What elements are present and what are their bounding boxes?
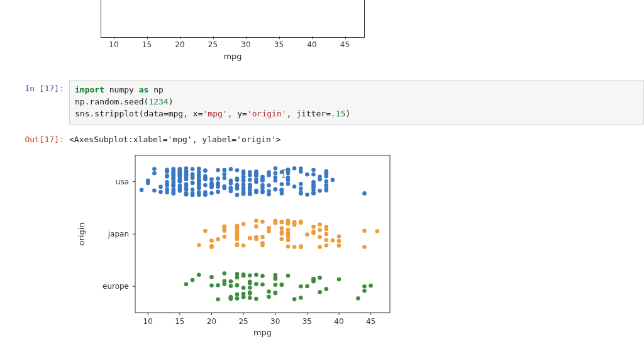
stripplot-point — [152, 188, 157, 193]
stripplot-point — [318, 188, 322, 193]
stripplot-point — [292, 184, 297, 189]
prev-plot-xtick-mark — [279, 36, 280, 39]
plot-ytick-label: usa — [116, 177, 129, 186]
stripplot-point — [325, 227, 329, 232]
stripplot-point — [209, 191, 214, 195]
stripplot-point — [223, 167, 227, 172]
stripplot-point — [286, 238, 291, 242]
stripplot-point — [223, 282, 227, 286]
plot-xtick-label: 15 — [175, 317, 184, 326]
stripplot-point — [242, 286, 246, 290]
prev-plot-xtick-label: 15 — [142, 40, 152, 49]
plot-xtick-label: 40 — [334, 317, 343, 326]
stripplot-point — [274, 187, 278, 191]
prev-plot-xtick-mark — [180, 36, 180, 39]
code-input[interactable]: import numpy as np np.random.seed(1234) … — [69, 80, 644, 125]
stripplot-point — [337, 243, 341, 248]
stripplot-point — [311, 167, 316, 172]
prev-plot-xtick-mark — [114, 36, 114, 39]
stripplot-point — [229, 181, 233, 186]
stripplot-point — [178, 183, 182, 187]
stripplot-point — [165, 167, 169, 172]
stripplot-point — [242, 221, 246, 226]
stripplot-point — [203, 190, 208, 194]
stripplot-point — [254, 169, 258, 174]
stripplot-point — [197, 166, 201, 170]
stripplot-point — [254, 218, 258, 223]
stripplot-point — [229, 279, 233, 284]
stripplot-point — [172, 177, 176, 181]
stripplot-point — [292, 297, 297, 301]
stripplot-point — [280, 188, 284, 193]
stripplot-point — [248, 173, 252, 177]
stripplot-point — [280, 226, 284, 230]
prev-plot-axes-frame — [101, 0, 365, 38]
stripplot-point — [318, 177, 322, 182]
stripplot-point — [286, 221, 291, 226]
output-repr: <AxesSubplot:xlabel='mpg', ylabel='origi… — [69, 131, 644, 144]
stripplot-point — [305, 172, 309, 176]
stripplot-point — [260, 190, 265, 194]
stripplot-point — [209, 177, 214, 181]
plot-xtick-label: 45 — [366, 317, 375, 326]
stripplot-point — [280, 232, 284, 236]
stripplot-point — [274, 171, 278, 176]
stripplot-point — [305, 193, 309, 197]
stripplot-point — [184, 173, 189, 177]
stripplot-point — [286, 176, 291, 180]
stripplot-point — [191, 187, 195, 192]
stripplot-point — [184, 166, 189, 170]
jupyter-notebook: mpg 1015202530354045 In [17]: import num… — [0, 0, 644, 338]
stripplot-point — [216, 176, 220, 181]
stripplot-point — [191, 181, 195, 185]
stripplot-point — [267, 294, 271, 299]
stripplot-point — [248, 296, 252, 300]
stripplot-point — [286, 232, 291, 237]
stripplot-point — [216, 297, 220, 301]
stripplot-point — [248, 273, 252, 277]
stripplot-point — [197, 190, 201, 194]
stripplot-point — [267, 189, 271, 193]
stripplot-point — [260, 282, 265, 286]
stripplot-point — [311, 191, 316, 196]
stripplot-point — [235, 292, 240, 296]
stripplot-point — [362, 284, 367, 289]
stripplot-point — [254, 173, 258, 177]
stripplot-point — [216, 184, 220, 189]
stripplot-point — [152, 170, 157, 175]
stripplot-point — [242, 187, 246, 191]
stripplot-point — [178, 170, 182, 174]
stripplot-point — [248, 183, 252, 187]
stripplot-point — [248, 281, 252, 285]
stripplot-point — [362, 191, 367, 196]
stripplot-point — [184, 176, 189, 181]
stripplot-point — [158, 189, 163, 194]
stripplot-point — [248, 290, 252, 294]
stripplot-point — [172, 191, 176, 196]
stripplot-point — [280, 170, 284, 174]
plot-ytick-label: japan — [108, 230, 129, 238]
stripplot-point — [260, 241, 265, 245]
stripplot-point — [299, 182, 303, 186]
plot-xtick-label: 25 — [238, 317, 248, 326]
stripplot-point — [191, 167, 195, 171]
stripplot-point — [267, 229, 271, 233]
stripplot-point — [311, 172, 316, 177]
stripplot-point — [325, 232, 329, 236]
stripplot-point — [299, 220, 303, 225]
prev-plot-xtick-label: 10 — [109, 40, 118, 49]
stripplot-point — [209, 245, 214, 249]
stripplot-point — [274, 219, 278, 223]
stripplot-point — [242, 182, 246, 187]
stripplot-point — [311, 225, 316, 229]
stripplot-point — [331, 177, 335, 182]
stripplot-point — [299, 295, 303, 299]
stripplot-point — [242, 294, 246, 299]
stripplot-point — [362, 288, 367, 293]
stripplot-point — [337, 238, 341, 243]
stripplot-point — [140, 187, 144, 192]
stripplot-point — [235, 296, 240, 301]
stripplot-point — [318, 245, 322, 249]
stripplot-point — [248, 235, 252, 240]
stripplot-point — [229, 186, 233, 191]
